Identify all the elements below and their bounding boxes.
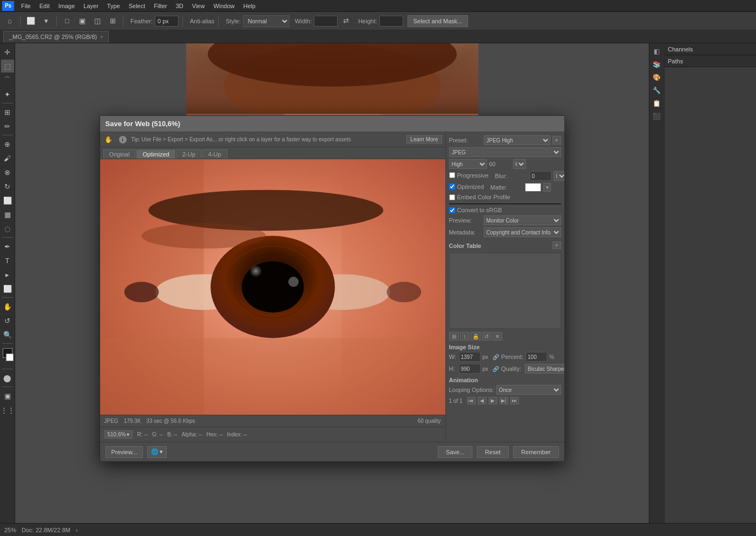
percent-input[interactable] — [525, 352, 547, 362]
original-tab[interactable]: Original — [103, 149, 136, 159]
swap-dimensions-button[interactable]: ⇄ — [340, 15, 353, 28]
hand-tool[interactable]: ✋ — [1, 300, 14, 313]
width-input[interactable] — [314, 16, 338, 27]
first-frame-button[interactable]: ⏮ — [467, 397, 476, 404]
preset-dropdown[interactable]: JPEG High JPEG Low JPEG Medium PNG-8 PNG… — [484, 135, 550, 145]
metadata-dropdown[interactable]: Copyright and Contact Info None All — [484, 227, 561, 237]
eyedropper-tool[interactable]: ✏ — [1, 120, 14, 133]
quality-number-dropdown[interactable]: 60 80 100 — [513, 159, 526, 169]
color-table-menu-button[interactable]: ≡ — [553, 241, 561, 249]
remember-button[interactable]: Remember — [513, 446, 558, 458]
reset-button[interactable]: Reset — [477, 446, 509, 458]
home-button[interactable]: ⌂ — [3, 15, 16, 28]
menu-type[interactable]: Type — [103, 2, 124, 10]
menu-view[interactable]: View — [188, 2, 209, 10]
color-table-btn-2[interactable]: ↕ — [460, 332, 470, 341]
color-table-btn-3[interactable]: 🔒 — [471, 332, 481, 341]
hand-tool-dialog[interactable]: ✋ — [103, 134, 114, 145]
crop-tool[interactable]: ⊞ — [1, 106, 14, 119]
magic-wand-tool[interactable]: ✦ — [1, 88, 14, 101]
2up-tab[interactable]: 2-Up — [176, 149, 201, 159]
quality-level-dropdown[interactable]: High Low Medium Maximum — [449, 159, 487, 169]
zoom-status-badge[interactable]: 510,6% ▾ — [104, 430, 133, 439]
blur-input[interactable] — [530, 171, 551, 181]
menu-help[interactable]: Help — [240, 2, 260, 10]
adjustments-button[interactable]: 🎨 — [651, 71, 663, 83]
clone-tool[interactable]: ⊗ — [1, 166, 14, 179]
matte-dropdown-button[interactable]: ▾ — [543, 183, 551, 192]
preview-button[interactable]: Preview... — [106, 446, 143, 458]
quick-mask-button[interactable]: ⬤ — [1, 371, 14, 384]
preset-menu-button[interactable]: ≡ — [553, 136, 561, 145]
last-frame-button[interactable]: ⏭ — [510, 397, 519, 404]
menu-window[interactable]: Window — [209, 2, 238, 10]
convert-srgb-checkbox[interactable] — [449, 207, 455, 213]
background-color-swatch[interactable] — [6, 354, 14, 361]
save-button[interactable]: Save... — [438, 446, 472, 458]
healing-tool[interactable]: ⊕ — [1, 138, 14, 151]
format-dropdown[interactable]: JPEG PNG-8 PNG-24 GIF — [449, 147, 561, 157]
path-select-tool[interactable]: ▸ — [1, 268, 14, 281]
looping-dropdown[interactable]: Once Forever 3 Times — [496, 385, 561, 395]
color-table-btn-4[interactable]: ↺ — [482, 332, 491, 341]
zoom-tool[interactable]: 🔍 — [1, 328, 14, 341]
width-field[interactable] — [459, 352, 481, 362]
optimized-tab[interactable]: Optimized — [136, 149, 175, 159]
new-button-4[interactable]: ⊞ — [106, 15, 119, 28]
height-field[interactable] — [459, 364, 481, 374]
embed-color-profile-checkbox[interactable] — [449, 194, 455, 200]
quality-algorithm-dropdown[interactable]: Bicubic Sharper Bicubic Bilinear — [525, 364, 564, 374]
rotate-view-tool[interactable]: ↺ — [1, 314, 14, 327]
blur-dropdown[interactable]: 0 — [554, 171, 564, 181]
libraries-button[interactable]: 📚 — [651, 58, 663, 70]
move-tool[interactable]: ✛ — [1, 45, 14, 58]
prev-frame-button[interactable]: ◀ — [478, 397, 487, 404]
eraser-tool[interactable]: ⬜ — [1, 194, 14, 207]
shape-tool[interactable]: ⬜ — [1, 282, 14, 295]
menu-filter[interactable]: Filter — [150, 2, 170, 10]
history-brush-tool[interactable]: ↻ — [1, 180, 14, 193]
menu-image[interactable]: Image — [55, 2, 79, 10]
screen-mode-button[interactable]: ▣ — [1, 389, 14, 402]
marquee-options-button[interactable]: ▾ — [40, 15, 52, 28]
matte-color-swatch[interactable] — [525, 183, 541, 192]
history-button[interactable]: 📋 — [651, 97, 663, 109]
style-dropdown[interactable]: Normal Fixed Ratio Fixed Size — [243, 15, 290, 27]
panel-toggle-button[interactable]: ◧ — [651, 45, 663, 57]
lasso-tool[interactable]: ⌒ — [1, 74, 14, 87]
gradient-tool[interactable]: ▦ — [1, 208, 14, 221]
brush-tool[interactable]: 🖌 — [1, 152, 14, 165]
menu-file[interactable]: File — [17, 2, 35, 10]
next-frame-button[interactable]: ▶| — [499, 397, 508, 404]
text-tool[interactable]: T — [1, 254, 14, 267]
extra-tools-button[interactable]: ⋮⋮ — [1, 403, 14, 416]
new-button-2[interactable]: ▣ — [76, 15, 89, 28]
4up-tab[interactable]: 4-Up — [202, 149, 227, 159]
expand-arrow[interactable]: › — [76, 527, 78, 533]
play-button[interactable]: ▶ — [489, 397, 497, 404]
menu-select[interactable]: Select — [125, 2, 149, 10]
color-table-btn-1[interactable]: ⊞ — [449, 332, 459, 341]
pen-tool[interactable]: ✒ — [1, 240, 14, 253]
new-button[interactable]: □ — [61, 15, 74, 28]
feather-input[interactable] — [155, 16, 179, 27]
select-and-mask-button[interactable]: Select and Mask... — [407, 15, 469, 27]
color-table-btn-5[interactable]: ✕ — [492, 332, 502, 341]
learn-more-button[interactable]: Learn More — [406, 135, 442, 143]
optimized-checkbox[interactable] — [449, 184, 455, 189]
info-icon-dialog[interactable]: i — [117, 134, 128, 145]
close-tab-button[interactable]: × — [100, 34, 103, 40]
menu-layer[interactable]: Layer — [80, 2, 102, 10]
layers-button[interactable]: ⬛ — [651, 110, 663, 122]
marquee-tool[interactable]: ⬚ — [1, 60, 14, 73]
height-input[interactable] — [379, 16, 403, 27]
marquee-rect-button[interactable]: ⬜ — [24, 15, 37, 28]
new-button-3[interactable]: ◫ — [91, 15, 104, 28]
menu-3d[interactable]: 3D — [172, 2, 187, 10]
document-tab[interactable]: _MG_0565.CR2 @ 25% (RGB/8) × — [3, 31, 109, 43]
menu-edit[interactable]: Edit — [36, 2, 54, 10]
preview-dropdown[interactable]: Monitor Color Internet Standard RGB — [484, 215, 561, 225]
dodge-tool[interactable]: ◌ — [1, 222, 14, 235]
properties-button[interactable]: 🔧 — [651, 84, 663, 96]
progressive-checkbox[interactable] — [449, 172, 455, 178]
